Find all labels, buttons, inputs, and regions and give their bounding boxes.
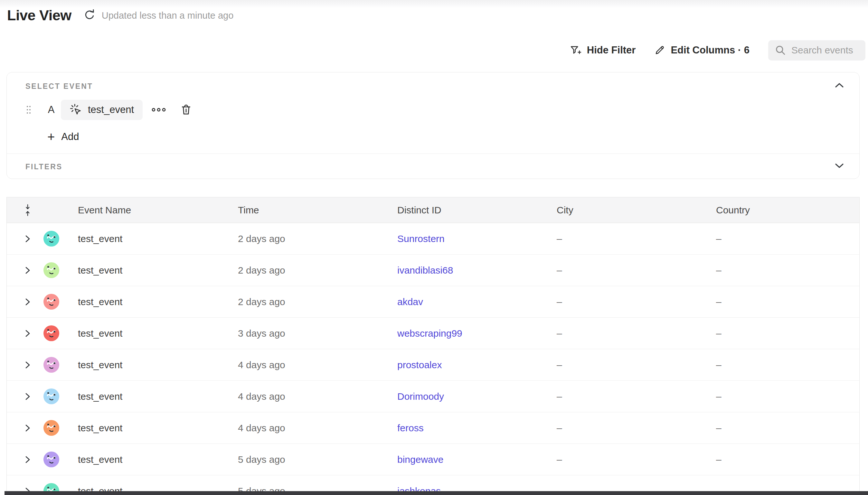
toolbar: Hide Filter Edit Columns · 6	[570, 40, 865, 61]
event-name-cell: test_event	[78, 296, 238, 307]
trash-icon	[180, 104, 192, 116]
distinct-id-link[interactable]: Dorimoody	[397, 391, 444, 402]
time-cell: 3 days ago	[238, 328, 397, 339]
expand-row-button[interactable]	[25, 235, 31, 243]
distinct-id-link[interactable]: akdav	[397, 296, 423, 307]
country-cell: –	[716, 265, 859, 276]
country-cell: –	[716, 454, 859, 465]
edit-columns-label: Edit Columns · 6	[671, 45, 750, 56]
user-avatar	[44, 389, 59, 404]
collapse-all-rows-button[interactable]	[23, 204, 32, 217]
search-input[interactable]	[792, 45, 859, 56]
expand-row-button[interactable]	[25, 456, 31, 464]
chevron-right-icon	[25, 361, 31, 369]
search-box	[768, 40, 865, 61]
user-avatar	[44, 451, 59, 467]
expand-row-button[interactable]	[25, 266, 31, 275]
chevron-down-icon	[835, 163, 844, 169]
expand-row-button[interactable]	[25, 392, 31, 401]
expand-row-button[interactable]	[25, 361, 31, 369]
distinct-id-link[interactable]: bingewave	[397, 454, 443, 465]
user-avatar	[44, 420, 59, 436]
event-name-cell: test_event	[78, 265, 238, 276]
cursor-click-icon	[70, 103, 82, 116]
collapse-vertical-icon	[23, 204, 32, 217]
delete-event-button[interactable]	[180, 104, 192, 116]
time-cell: 2 days ago	[238, 296, 397, 307]
distinct-id-link[interactable]: ivandiblasi68	[397, 265, 453, 275]
country-cell: –	[716, 296, 859, 307]
time-cell: 5 days ago	[238, 454, 397, 465]
table-body: test_event 2 days ago Sunrostern – –	[7, 223, 859, 495]
hide-filter-button[interactable]: Hide Filter	[570, 45, 636, 56]
chevron-right-icon	[25, 266, 31, 275]
chevron-right-icon	[25, 392, 31, 401]
country-cell: –	[716, 391, 859, 402]
event-name-cell: test_event	[78, 233, 238, 244]
table-row: test_event 4 days ago feross – –	[7, 412, 859, 444]
chevron-right-icon	[25, 235, 31, 243]
column-header-event-name: Event Name	[78, 205, 238, 216]
hide-filter-label: Hide Filter	[587, 45, 636, 56]
edit-columns-button[interactable]: Edit Columns · 6	[654, 45, 750, 56]
country-cell: –	[716, 328, 859, 339]
distinct-id-link[interactable]: prostoalex	[397, 359, 442, 370]
country-cell: –	[716, 359, 859, 371]
card-divider	[7, 154, 859, 154]
horizontal-scrollbar[interactable]	[4, 491, 868, 495]
updated-status-text: Updated less than a minute ago	[102, 10, 234, 21]
table-row: test_event 2 days ago Sunrostern – –	[7, 223, 859, 255]
ellipsis-icon	[151, 107, 167, 112]
user-avatar	[44, 262, 59, 278]
chevron-right-icon	[25, 424, 31, 432]
event-name-cell: test_event	[78, 391, 238, 402]
search-icon	[775, 45, 786, 56]
column-header-time: Time	[238, 205, 397, 216]
time-cell: 4 days ago	[238, 359, 397, 371]
table-header-row: Event Name Time Distinct ID City Country	[7, 197, 859, 223]
user-avatar	[44, 357, 59, 373]
event-series-letter: A	[47, 104, 55, 116]
distinct-id-link[interactable]: Sunrostern	[397, 233, 445, 244]
table-row: test_event 4 days ago prostoalex – –	[7, 349, 859, 381]
drag-handle[interactable]	[25, 105, 32, 115]
time-cell: 2 days ago	[238, 233, 397, 244]
table-row: test_event 2 days ago ivandiblasi68 – –	[7, 255, 859, 286]
distinct-id-link[interactable]: webscraping99	[397, 328, 462, 339]
city-cell: –	[557, 423, 716, 433]
event-options-button[interactable]	[151, 107, 167, 112]
funnel-plus-icon	[570, 45, 581, 56]
event-select-button[interactable]: test_event	[61, 100, 143, 120]
city-cell: –	[557, 454, 716, 465]
chevron-right-icon	[25, 298, 31, 306]
column-header-distinct-id: Distinct ID	[397, 205, 557, 216]
select-event-section-label: SELECT EVENT	[25, 82, 93, 91]
refresh-icon	[83, 9, 96, 21]
add-event-button[interactable]: + Add	[47, 129, 79, 144]
city-cell: –	[557, 233, 716, 244]
event-name-cell: test_event	[78, 454, 238, 465]
refresh-button[interactable]	[82, 8, 97, 22]
pencil-icon	[654, 45, 665, 56]
event-name-cell: test_event	[78, 359, 238, 371]
event-row: A test_event	[25, 100, 192, 120]
column-header-city: City	[557, 205, 716, 216]
table-row: test_event 2 days ago akdav – –	[7, 286, 859, 318]
filters-expand-button[interactable]	[832, 160, 847, 172]
expand-row-button[interactable]	[25, 424, 31, 432]
select-event-collapse-button[interactable]	[832, 80, 847, 91]
chevron-right-icon	[25, 329, 31, 338]
city-cell: –	[557, 328, 716, 339]
user-avatar	[44, 231, 59, 246]
table-row: test_event 4 days ago Dorimoody – –	[7, 381, 859, 412]
city-cell: –	[557, 296, 716, 307]
distinct-id-link[interactable]: feross	[397, 423, 424, 433]
page-header: Live View Updated less than a minute ago	[7, 7, 234, 24]
selected-event-name: test_event	[88, 104, 134, 116]
time-cell: 4 days ago	[238, 391, 397, 402]
query-builder-card: SELECT EVENT A	[6, 72, 860, 179]
page-title: Live View	[7, 7, 71, 24]
expand-row-button[interactable]	[25, 329, 31, 338]
country-cell: –	[716, 423, 859, 433]
expand-row-button[interactable]	[25, 298, 31, 306]
